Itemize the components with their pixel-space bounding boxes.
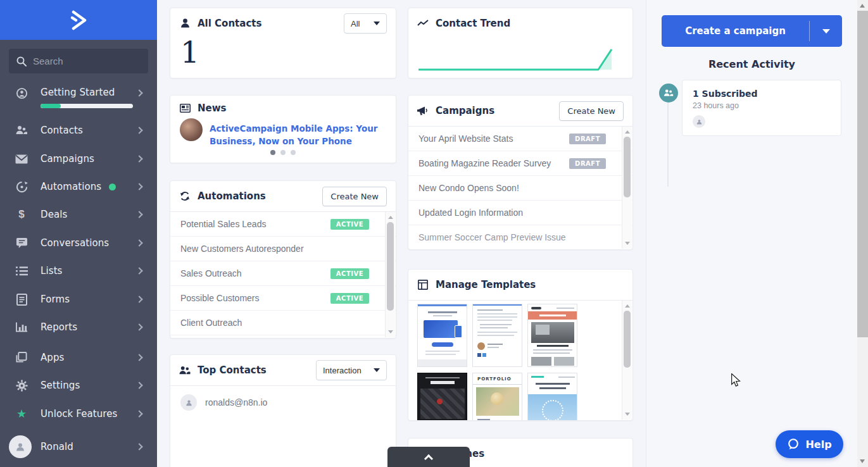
- campaigns-scrollbar[interactable]: [622, 127, 632, 249]
- newspaper-icon: [179, 103, 191, 114]
- getting-started-progress: [41, 104, 133, 108]
- automation-name: Possible Customers: [180, 293, 330, 303]
- template-icon: [417, 279, 429, 290]
- sidebar-item-settings[interactable]: Settings: [0, 371, 157, 399]
- gear-icon: [15, 379, 28, 392]
- template-thumbnail-3[interactable]: [527, 304, 577, 367]
- sidebar-item-user[interactable]: Ronald: [0, 433, 157, 461]
- sidebar-item-getting-started[interactable]: Getting Started: [0, 82, 157, 118]
- automations-scrollbar[interactable]: [385, 212, 395, 337]
- contacts-filter-select[interactable]: All: [344, 13, 387, 34]
- activity-card[interactable]: 1 Subscribed 23 hours ago: [682, 80, 841, 136]
- bar-chart-icon: [15, 321, 28, 333]
- template-thumbnail-1[interactable]: [417, 304, 467, 367]
- sidebar-item-label: Contacts: [41, 125, 83, 136]
- expand-panel-tab[interactable]: [387, 447, 470, 467]
- scroll-up-arrow[interactable]: [625, 304, 630, 308]
- chevron-right-icon: [135, 354, 142, 361]
- campaign-row[interactable]: Summer Soccer Camp Preview Issue: [408, 225, 632, 250]
- campaign-name: Summer Soccer Camp Preview Issue: [418, 232, 606, 242]
- template-thumbnail-5[interactable]: PORTFOLIO: [472, 373, 522, 421]
- scroll-up-arrow[interactable]: [388, 216, 393, 219]
- contact-email: ronalds@n8n.io: [205, 397, 369, 408]
- template-thumbnail-2[interactable]: [472, 304, 522, 367]
- scrollbar-thumb[interactable]: [624, 137, 631, 197]
- campaign-name: Your April Website Stats: [418, 134, 569, 144]
- top-contacts-filter-select[interactable]: Interaction: [316, 360, 387, 380]
- sidebar-item-deals[interactable]: $ Deals: [0, 201, 157, 228]
- automation-row[interactable]: Potential Sales Leads ACTIVE: [170, 212, 396, 237]
- template-thumbnail-4[interactable]: [417, 373, 467, 421]
- chevron-right-icon: [135, 296, 142, 302]
- sidebar-item-unlock-features[interactable]: ★ Unlock Features: [0, 400, 157, 428]
- sidebar-item-lists[interactable]: Lists: [0, 257, 157, 285]
- sidebar-item-conversations[interactable]: Conversations: [0, 229, 157, 257]
- scroll-down-arrow[interactable]: [860, 459, 865, 463]
- sidebar-item-label: Getting Started: [41, 87, 115, 98]
- contacts-icon: [15, 124, 28, 137]
- page-scrollbar[interactable]: [857, 0, 868, 467]
- search-input[interactable]: [33, 56, 134, 66]
- sidebar-item-campaigns[interactable]: Campaigns: [0, 145, 157, 173]
- scroll-up-arrow[interactable]: [860, 4, 865, 8]
- sidebar-item-contacts[interactable]: Contacts: [0, 116, 157, 144]
- campaign-row[interactable]: Updated Login Information: [408, 201, 632, 225]
- card-title: News: [198, 103, 227, 114]
- create-campaign-small-button[interactable]: Create New: [559, 101, 624, 121]
- campaign-row[interactable]: Your April Website Stats DRAFT: [408, 127, 632, 151]
- automation-name: Client Outreach: [180, 318, 369, 328]
- sync-icon: [179, 190, 191, 202]
- card-title: All Contacts: [198, 18, 261, 29]
- scroll-down-arrow[interactable]: [625, 242, 630, 245]
- star-icon: ★: [15, 408, 28, 420]
- template-portfolio-label: PORTFOLIO: [477, 377, 512, 382]
- campaign-name: New Condo Opens Soon!: [418, 183, 606, 193]
- sidebar-item-apps[interactable]: Apps: [0, 344, 157, 371]
- create-campaign-button[interactable]: Create a campaign: [662, 15, 842, 47]
- automation-row[interactable]: Client Outreach: [170, 311, 396, 335]
- create-automation-button[interactable]: Create New: [322, 187, 387, 206]
- logo-bar[interactable]: [0, 0, 157, 40]
- scrollbar-thumb[interactable]: [624, 311, 631, 368]
- caret-down-icon: [374, 368, 380, 372]
- caret-down-icon: [822, 29, 830, 34]
- scroll-down-arrow[interactable]: [388, 330, 393, 333]
- sidebar-item-label: Conversations: [41, 237, 109, 249]
- chevron-right-icon: [135, 89, 142, 96]
- recent-activity-title: Recent Activity: [646, 58, 857, 70]
- news-carousel-dots: [170, 150, 396, 155]
- top-contacts-list: ronalds@n8n.io: [170, 385, 396, 419]
- campaign-name: Updated Login Information: [418, 208, 606, 218]
- chevron-up-icon: [424, 454, 433, 463]
- scrollbar-thumb[interactable]: [857, 11, 868, 337]
- activity-title: 1 Subscribed: [693, 89, 831, 99]
- sidebar-item-automations[interactable]: Automations: [0, 173, 157, 201]
- create-campaign-dropdown[interactable]: [810, 15, 842, 47]
- all-contacts-card: All Contacts All 1: [170, 8, 396, 78]
- sidebar-item-label: Settings: [41, 380, 80, 391]
- user-avatar: [9, 435, 32, 458]
- sidebar-item-reports[interactable]: Reports: [0, 313, 157, 341]
- megaphone-icon: [417, 105, 429, 116]
- news-headline-link[interactable]: ActiveCampaign Mobile Apps: Your Busines…: [210, 123, 393, 147]
- contacts-filter-value: All: [351, 19, 360, 28]
- sidebar-item-label: Apps: [41, 352, 65, 363]
- carousel-dot[interactable]: [280, 150, 286, 155]
- scroll-down-arrow[interactable]: [625, 413, 630, 416]
- scroll-up-arrow[interactable]: [625, 130, 630, 134]
- contact-row[interactable]: ronalds@n8n.io: [170, 386, 396, 419]
- templates-scrollbar[interactable]: [622, 301, 632, 420]
- carousel-dot[interactable]: [291, 150, 296, 155]
- carousel-dot[interactable]: [270, 150, 275, 155]
- news-author-avatar: [180, 118, 203, 141]
- sidebar-item-forms[interactable]: Forms: [0, 285, 157, 313]
- automation-row[interactable]: New Customers Autoresponder: [170, 237, 396, 261]
- automation-row[interactable]: Possible Customers ACTIVE: [170, 286, 396, 311]
- search-box[interactable]: [9, 49, 148, 73]
- template-thumbnail-6[interactable]: [527, 373, 577, 421]
- automation-row[interactable]: Sales Outreach ACTIVE: [170, 261, 396, 286]
- campaign-row[interactable]: New Condo Opens Soon!: [408, 176, 632, 201]
- help-button[interactable]: Help: [776, 430, 843, 458]
- scrollbar-thumb[interactable]: [387, 222, 394, 311]
- campaign-row[interactable]: Boating Magazine Reader Survey DRAFT: [408, 151, 632, 176]
